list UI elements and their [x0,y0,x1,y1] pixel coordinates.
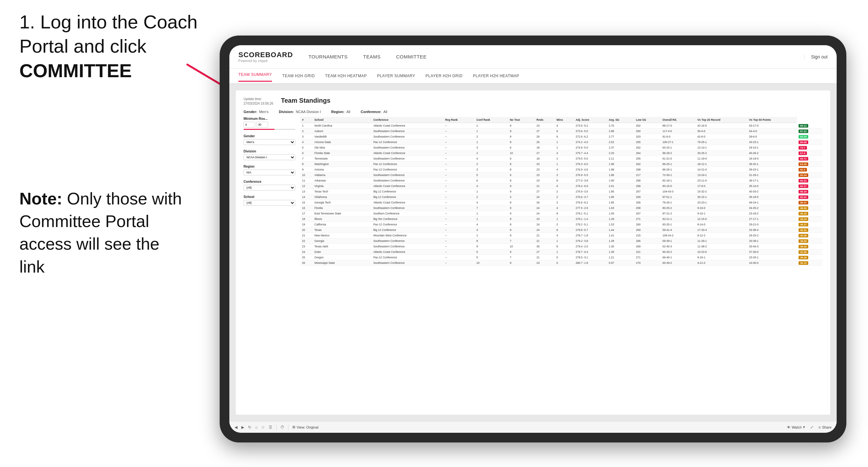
col-rnds: Rnds [535,117,555,123]
table-row: 19CaliforniaPac-12 Conference–48242278.2… [301,222,823,227]
conference-filter-group: Conference (All) [244,180,295,191]
table-row: 4Arizona StatePac-12 Conference–18261274… [301,139,823,145]
tablet-screen: SCOREBOARD Powered by clippd TOURNAMENTS… [229,45,837,433]
logo-subtitle: Powered by clippd [239,59,293,63]
left-filter-panel: Minimum Rou... Gender [244,117,295,402]
nav-teams[interactable]: TEAMS [363,53,380,61]
table-row: 2AuburnSoutheastern Conference–19276273.… [301,128,823,134]
app-header: SCOREBOARD Powered by clippd TOURNAMENTS… [229,45,837,68]
school-panel-label: School [244,195,295,198]
toolbar-forward-icon[interactable]: ▶ [241,425,244,430]
division-select[interactable]: NCAA Division I NCAA Division II [244,154,295,160]
division-filter-group: Division NCAA Division I NCAA Division I… [244,150,295,160]
toolbar-clock-icon[interactable]: ⏱ [280,425,284,430]
col-reg-rank: Reg Rank [443,117,475,123]
table-header: # School Conference Reg Rank Conf Rank N… [301,117,823,123]
table-row: 25OregonPac-12 Conference–57210278.5 -3.… [301,255,823,260]
division-filter-value: NCAA Division I [296,110,321,114]
table-row: 10AlabamaSoutheastern Conference–5623327… [301,173,823,178]
toolbar-separator-1 [276,425,277,430]
subnav-player-summary[interactable]: PLAYER SUMMARY [377,72,415,80]
table-row: 23Texas A&MSoutheastern Conference–91030… [301,244,823,249]
toolbar-right-group: 👁 Watch ▾ ⤢ ⎋ Share [787,425,832,430]
toolbar-back-icon[interactable]: ◀ [235,425,238,430]
subnav-team-h2h-heatmap[interactable]: TEAM H2H HEATMAP [325,72,367,80]
region-filter-display: Region: All [331,110,350,114]
region-filter-group: Region N/A All [244,165,295,175]
toolbar-separator-2 [288,425,288,430]
watch-button[interactable]: 👁 Watch ▾ [787,425,805,429]
table-row: 22GeorgiaSoutheastern Conference–8721127… [301,238,823,244]
table-row: 17East Tennessee StateSouthern Conferenc… [301,211,823,216]
sign-out-button[interactable]: Sign out [804,54,828,59]
table-row: 16FloridaSoutheastern Conference–7924427… [301,206,823,211]
col-no-tour: No Tour [508,117,535,123]
note-text: Note: Only those with Committee Portal a… [20,187,187,278]
division-panel-label: Division [244,150,295,153]
toolbar-home-icon[interactable]: ⌂ [255,425,257,430]
subnav-team-summary[interactable]: TEAM SUMMARY [239,71,272,82]
col-conference: Conference [372,117,443,123]
table-body: 1North CarolinaAtlantic Coast Conference… [301,123,823,266]
standings-table: # School Conference Reg Rank Conf Rank N… [301,117,823,266]
conference-panel-label: Conference [244,180,295,183]
col-school: School [313,117,371,123]
gender-filter-display: Gender: Men's [244,110,269,114]
subnav-player-h2h-grid[interactable]: PLAYER H2H GRID [426,72,463,80]
conference-select[interactable]: (All) [244,185,295,191]
toolbar-reload-icon[interactable]: ↻ [248,425,251,430]
table-row: 26Mississippi StateSoutheastern Conferen… [301,260,823,266]
update-value: 27/03/2024 16:56:26 [244,101,273,106]
school-select[interactable]: (All) [244,200,295,206]
col-avg-sg: Avg. SG [607,117,634,123]
table-row: 18IllinoisBig Ten Conference–18231279.1 … [301,216,823,222]
min-rounds-min-input[interactable] [244,122,255,128]
gender-select[interactable]: Men's Women's [244,139,295,145]
filters-row: Gender: Men's Division: NCAA Division I … [244,110,823,114]
col-wins: Wins [555,117,574,123]
update-time-block: Update time: 27/03/2024 16:56:26 [244,97,273,106]
min-rounds-filter: Minimum Rou... [244,117,295,130]
table-row: 8WashingtonPac-12 Conference–28231276.3 … [301,161,823,167]
toolbar-resize-icon[interactable]: ⤢ [810,425,813,430]
table-row: 12VirginiaAtlantic Coast Conference–4821… [301,183,823,189]
gender-panel-label: Gender [244,134,295,138]
min-rounds-label: Minimum Rou... [244,117,295,121]
min-rounds-max-input[interactable] [256,122,268,128]
gender-filter-value: Men's [259,110,269,114]
note-area: Note: Only those with Committee Portal a… [20,187,187,278]
table-row: 3VanderbiltSoutheastern Conference–28266… [301,134,823,139]
min-rounds-range [244,122,295,128]
conference-filter-display: Conference: All [361,110,387,114]
table-row: 15Georgia TechAtlantic Coast Conference–… [301,200,823,206]
nav-committee[interactable]: COMMITTEE [396,53,427,61]
content-body: Minimum Rou... Gender [244,117,823,402]
col-overall-rd: Overall Rd. [661,117,696,123]
min-rounds-slider-fill [244,129,275,130]
toolbar-bookmark-list-icon[interactable]: ☰ [269,425,272,430]
subnav-team-h2h-grid[interactable]: TEAM H2H GRID [282,72,315,80]
card-title: Team Standings [281,97,331,104]
nav-tournaments[interactable]: TOURNAMENTS [309,53,348,61]
view-original-icon: ⊞ [292,425,295,429]
table-row: 1North CarolinaAtlantic Coast Conference… [301,123,823,128]
table-row: 20TexasBig 12 Conference–38248278.8 -0.7… [301,227,823,233]
share-button[interactable]: ⎋ Share [818,425,832,429]
region-panel-label: Region [244,165,295,168]
view-original-button[interactable]: ⊞ View: Original [292,425,318,429]
sub-navigation: TEAM SUMMARY TEAM H2H GRID TEAM H2H HEAT… [229,68,837,84]
col-vs-top50: Vs Top 50 Points [747,117,797,123]
division-filter-label: Division: [279,110,293,114]
standings-table-area: # School Conference Reg Rank Conf Rank N… [301,117,823,402]
col-adj-score: Adj. Score [574,117,607,123]
tablet-device: SCOREBOARD Powered by clippd TOURNAMENTS… [220,35,846,442]
table-row: 5Ole MissSoutheastern Conference–3618127… [301,145,823,151]
col-rank: # [301,117,313,123]
logo-title: SCOREBOARD [239,51,293,59]
toolbar-bookmark-add-icon[interactable]: ☆ [261,425,265,430]
bottom-toolbar: ◀ ▶ ↻ ⌂ ☆ ☰ ⏱ ⊞ View: Original 👁 Watch ▾… [229,421,837,433]
table-row: 24DukeAtlantic Coast Conference–59271278… [301,249,823,255]
col-vs-top25: Vs Top 25 Record [696,117,747,123]
region-select[interactable]: N/A All [244,169,295,175]
subnav-player-h2h-heatmap[interactable]: PLAYER H2H HEATMAP [473,72,519,80]
